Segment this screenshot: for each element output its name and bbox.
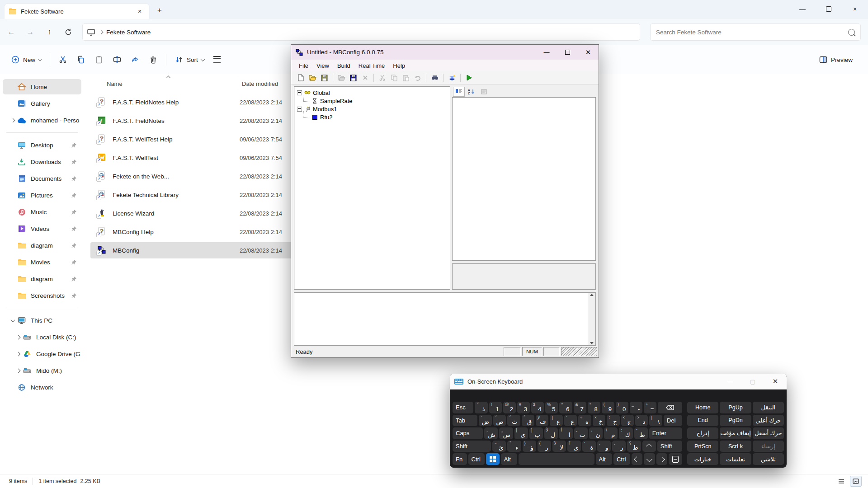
osk-key[interactable]: ]ب — [529, 427, 543, 439]
osk-key[interactable]: ُث — [507, 415, 520, 427]
osk-key[interactable]: {ر — [538, 441, 551, 452]
osk-key[interactable]: حرك أسفل — [753, 427, 784, 439]
sidebar-item-movies[interactable]: Movies — [3, 254, 81, 270]
save-icon[interactable] — [319, 73, 330, 83]
sidebar-item-home[interactable]: Home — [3, 79, 81, 94]
osk-key[interactable]: !1 — [489, 402, 502, 413]
osk-key[interactable]: 'ع — [564, 415, 577, 427]
menu-real-time[interactable]: Real Time — [354, 61, 389, 70]
delete-x-icon[interactable] — [360, 73, 370, 83]
osk-key-windows[interactable] — [486, 453, 500, 465]
osk-key[interactable]: خيارات — [687, 453, 718, 465]
osk-key-left-arrow[interactable] — [632, 453, 643, 465]
osk-key[interactable]: ٍس — [499, 427, 513, 439]
osk-key[interactable]: _- — [630, 402, 642, 413]
osk-key[interactable]: 'ة — [582, 441, 596, 452]
paste-button[interactable] — [90, 52, 108, 68]
osk-key[interactable]: End — [687, 415, 718, 427]
osk-key[interactable]: $4 — [531, 402, 544, 413]
osk-key[interactable]: ـت — [574, 427, 588, 439]
column-header-name[interactable]: Name — [107, 80, 123, 87]
osk-key[interactable]: PgUp — [720, 402, 751, 413]
details-view-icon[interactable] — [835, 476, 847, 487]
column-header-date[interactable]: Date modified — [242, 80, 278, 87]
maximize-icon[interactable] — [557, 45, 578, 60]
refresh-icon[interactable] — [61, 24, 76, 40]
osk-key[interactable]: PgDn — [720, 415, 751, 427]
rename-button[interactable] — [108, 52, 126, 68]
osk-key[interactable]: ~ئ — [492, 441, 506, 452]
minimize-icon[interactable]: — — [536, 45, 557, 60]
column-divider[interactable] — [238, 78, 238, 89]
sidebar-item-downloads[interactable]: Downloads — [3, 154, 81, 169]
open-icon[interactable] — [307, 73, 318, 83]
explorer-tab[interactable]: Fekete Software × — [5, 4, 149, 19]
osk-key[interactable]: لآلا — [552, 441, 566, 452]
new-button[interactable]: New — [6, 52, 46, 68]
close-icon[interactable]: × — [842, 0, 868, 18]
osk-key[interactable]: ِش — [484, 427, 498, 439]
osk-key[interactable]: [ي — [514, 427, 528, 439]
categorized-icon[interactable] — [453, 87, 465, 97]
osk-key[interactable]: أا — [559, 427, 573, 439]
osk-key[interactable]: Ctrl — [613, 453, 630, 465]
tree-node[interactable]: SampleRate — [295, 97, 449, 105]
mbconfig-title-bar[interactable]: Untitled - MBConfig 6.0.0.75 — ✕ — [291, 45, 599, 60]
menu-file[interactable]: File — [295, 61, 312, 70]
osk-key[interactable]: += — [644, 402, 656, 413]
share-button[interactable] — [126, 52, 144, 68]
sidebar-item-gallery[interactable]: Gallery — [3, 96, 81, 111]
osk-key[interactable]: ÷ه — [578, 415, 591, 427]
osk-key[interactable]: Enter — [649, 427, 682, 439]
sort-button[interactable]: Sort — [170, 52, 209, 68]
sidebar-item-music[interactable]: Music — [3, 204, 81, 220]
osk-key[interactable]: ,و — [597, 441, 611, 452]
osk-key[interactable]: آى — [567, 441, 581, 452]
menu-view[interactable]: View — [312, 61, 333, 70]
osk-key[interactable]: إغ — [550, 415, 562, 427]
copy-icon[interactable] — [389, 73, 399, 83]
maximize-icon[interactable]: ▢ — [741, 374, 764, 389]
sidebar-item-pictures[interactable]: Pictures — [3, 188, 81, 203]
search-input[interactable]: Search Fekete Software — [650, 23, 861, 41]
paste-icon[interactable] — [401, 73, 411, 83]
osk-key[interactable]: Tab — [453, 415, 477, 427]
tab-close-icon[interactable]: × — [135, 6, 145, 16]
delete-button[interactable] — [144, 52, 162, 68]
sidebar-item-mido-m[interactable]: Mido (M:) — [3, 363, 81, 378]
collapse-icon[interactable] — [297, 107, 302, 112]
osk-key[interactable]: ٌق — [522, 415, 534, 427]
run-icon[interactable] — [464, 73, 474, 83]
osk-key[interactable]: ًص — [493, 415, 506, 427]
osk-key[interactable]: |\ — [649, 415, 662, 427]
copy-button[interactable] — [72, 52, 90, 68]
back-icon[interactable]: ← — [4, 24, 19, 40]
osk-key[interactable]: #3 — [517, 402, 530, 413]
osk-key[interactable]: PrtScn — [687, 441, 718, 452]
osk-key-space[interactable] — [519, 453, 594, 465]
undo-icon[interactable] — [412, 73, 423, 83]
osk-key[interactable]: )0 — [616, 402, 628, 413]
tree-node[interactable]: Rtu2 — [295, 113, 449, 121]
sidebar-item-local-disk-c[interactable]: Local Disk (C:) — [3, 329, 81, 345]
find-icon[interactable] — [429, 73, 440, 83]
osk-key[interactable]: لأل — [544, 427, 558, 439]
osk-key[interactable]: }ؤ — [523, 441, 536, 452]
scroll-up-icon[interactable] — [590, 294, 594, 296]
osk-key[interactable]: Alt — [501, 453, 518, 465]
osk-key[interactable]: لإف — [536, 415, 548, 427]
close-icon[interactable]: ✕ — [578, 45, 599, 60]
menu-build[interactable]: Build — [333, 61, 354, 70]
new-tab-button[interactable]: + — [153, 4, 166, 17]
osk-key[interactable]: تلاشي — [753, 453, 784, 465]
build-stack-icon[interactable] — [447, 73, 457, 83]
osk-key[interactable]: Alt — [596, 453, 613, 465]
osk-key[interactable]: Shift — [657, 441, 682, 452]
cut-button[interactable] — [54, 52, 72, 68]
collapse-icon[interactable] — [297, 90, 302, 95]
osk-key[interactable]: Esc — [453, 402, 473, 413]
osk-key-menu-key[interactable] — [669, 453, 682, 465]
osk-key[interactable]: ّذ — [475, 402, 487, 413]
osk-key[interactable]: *8 — [588, 402, 600, 413]
osk-key[interactable]: ْء — [507, 441, 521, 452]
